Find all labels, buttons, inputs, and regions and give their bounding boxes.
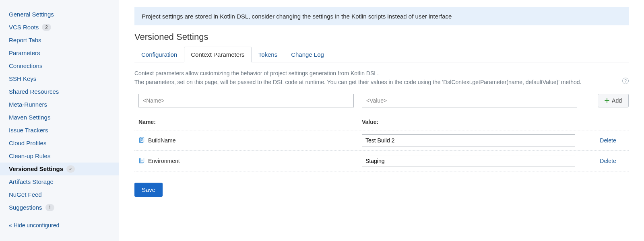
sidebar-item-issue-trackers[interactable]: Issue Trackers: [0, 124, 119, 137]
sidebar-item-artifacts-storage[interactable]: Artifacts Storage: [0, 175, 119, 188]
param-row: EnvironmentDelete: [134, 151, 629, 171]
sidebar-item-label: Suggestions: [9, 204, 42, 212]
param-name: Environment: [148, 158, 180, 164]
sidebar-item-label: Report Tabs: [9, 36, 41, 44]
sidebar-item-nuget-feed[interactable]: NuGet Feed: [0, 188, 119, 201]
sidebar-item-parameters[interactable]: Parameters: [0, 47, 119, 60]
delete-link[interactable]: Delete: [600, 158, 616, 164]
description: Context parameters allow customizing the…: [134, 69, 629, 87]
param-row: BuildNameDelete: [134, 130, 629, 151]
param-icon: [138, 137, 145, 144]
sidebar-item-label: Meta-Runners: [9, 101, 47, 109]
sidebar-item-clean-up-rules[interactable]: Clean-up Rules: [0, 150, 119, 163]
help-icon[interactable]: ?: [622, 78, 629, 84]
page-title: Versioned Settings: [134, 32, 629, 42]
add-button[interactable]: Add: [598, 94, 629, 107]
sidebar-item-label: Connections: [9, 62, 42, 70]
sidebar-item-label: Issue Trackers: [9, 126, 48, 134]
kotlin-dsl-notice: Project settings are stored in Kotlin DS…: [134, 7, 629, 25]
column-header-name: Name:: [138, 119, 362, 125]
tab-context-parameters[interactable]: Context Parameters: [184, 47, 251, 62]
tabs: ConfigurationContext ParametersTokensCha…: [134, 46, 629, 62]
sidebar-item-maven-settings[interactable]: Maven Settings: [0, 111, 119, 124]
sidebar-item-label: SSH Keys: [9, 75, 36, 83]
sidebar-item-label: Clean-up Rules: [9, 152, 50, 160]
sidebar-item-report-tabs[interactable]: Report Tabs: [0, 34, 119, 47]
description-line1: Context parameters allow customizing the…: [134, 70, 379, 76]
save-button[interactable]: Save: [134, 183, 163, 197]
sidebar-item-cloud-profiles[interactable]: Cloud Profiles: [0, 137, 119, 150]
sidebar-item-label: Maven Settings: [9, 113, 50, 122]
tab-change-log[interactable]: Change Log: [284, 47, 331, 62]
sidebar-item-label: Artifacts Storage: [9, 178, 54, 186]
column-header-value: Value:: [362, 119, 579, 125]
params-header: Name: Value:: [134, 119, 629, 130]
new-param-value-input[interactable]: [362, 94, 577, 107]
add-param-row: Add: [134, 94, 629, 107]
sidebar-item-meta-runners[interactable]: Meta-Runners: [0, 98, 119, 111]
param-icon: [138, 158, 145, 164]
sidebar-item-label: VCS Roots: [9, 23, 39, 31]
edited-icon: ✓: [66, 165, 75, 173]
param-name: BuildName: [148, 137, 175, 144]
description-line2: The parameters, set on this page, will b…: [134, 79, 581, 85]
add-button-label: Add: [612, 97, 622, 104]
params-table: Name: Value: BuildNameDeleteEnvironmentD…: [134, 119, 629, 171]
delete-link[interactable]: Delete: [600, 137, 616, 144]
param-value-input[interactable]: [362, 155, 575, 167]
sidebar-item-suggestions[interactable]: Suggestions1: [0, 201, 119, 214]
sidebar: General SettingsVCS Roots2Report TabsPar…: [0, 0, 119, 241]
sidebar-item-badge: 1: [45, 204, 55, 211]
sidebar-item-label: Cloud Profiles: [9, 139, 46, 147]
param-value-input[interactable]: [362, 134, 575, 146]
sidebar-item-connections[interactable]: Connections: [0, 60, 119, 72]
tab-configuration[interactable]: Configuration: [134, 47, 184, 62]
main-content: Project settings are stored in Kotlin DS…: [119, 0, 644, 241]
plus-icon: [605, 98, 609, 103]
sidebar-item-badge: 2: [42, 24, 51, 31]
sidebar-item-label: Versioned Settings: [9, 165, 63, 173]
sidebar-item-general-settings[interactable]: General Settings: [0, 8, 119, 21]
sidebar-item-label: General Settings: [9, 10, 54, 19]
sidebar-item-versioned-settings[interactable]: Versioned Settings✓: [0, 163, 119, 175]
sidebar-item-label: Shared Resources: [9, 88, 59, 96]
sidebar-item-ssh-keys[interactable]: SSH Keys: [0, 72, 119, 85]
sidebar-item-vcs-roots[interactable]: VCS Roots2: [0, 21, 119, 34]
sidebar-item-label: Parameters: [9, 49, 40, 57]
tab-tokens[interactable]: Tokens: [252, 47, 285, 62]
hide-unconfigured-link[interactable]: « Hide unconfigured: [0, 216, 119, 234]
new-param-name-input[interactable]: [138, 94, 354, 107]
sidebar-item-label: NuGet Feed: [9, 191, 42, 199]
sidebar-item-shared-resources[interactable]: Shared Resources: [0, 85, 119, 98]
